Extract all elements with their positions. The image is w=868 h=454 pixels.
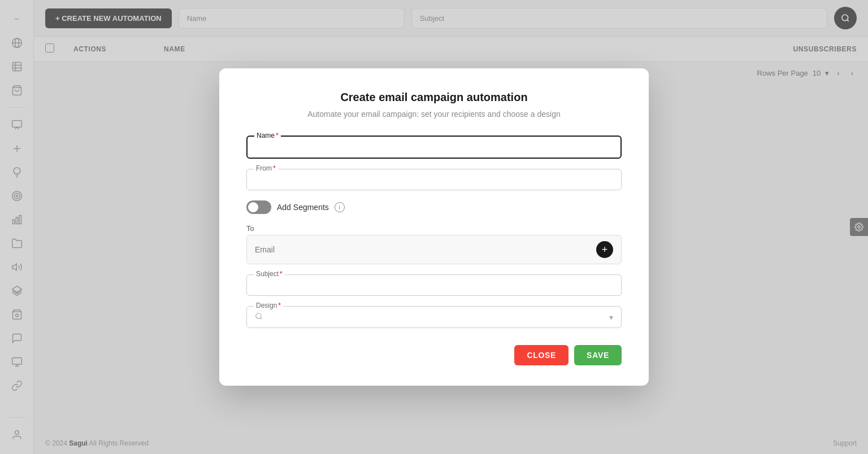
modal-title: Create email campaign automation — [246, 91, 622, 104]
email-input-row: + — [246, 235, 622, 264]
name-label: Name* — [254, 132, 281, 139]
close-button[interactable]: CLOSE — [514, 345, 568, 365]
subject-field-group: Subject* — [246, 274, 622, 296]
name-field-group: Name* — [246, 136, 622, 159]
design-field-group: Design* ▾ — [246, 306, 622, 328]
modal-backdrop: Create email campaign automation Automat… — [0, 0, 868, 454]
chevron-down-icon: ▾ — [609, 313, 613, 322]
add-email-button[interactable]: + — [596, 241, 613, 258]
from-input[interactable] — [255, 174, 613, 186]
add-segments-toggle[interactable] — [246, 200, 271, 214]
email-input[interactable] — [255, 245, 596, 254]
name-input[interactable] — [255, 141, 613, 154]
subject-label: Subject* — [254, 270, 285, 278]
svg-point-27 — [256, 313, 261, 318]
modal-subtitle: Automate your email campaign: set your r… — [246, 110, 622, 119]
save-button[interactable]: SAVE — [574, 345, 622, 365]
design-label: Design* — [254, 302, 283, 309]
modal-dialog: Create email campaign automation Automat… — [219, 68, 649, 386]
from-label: From* — [254, 164, 278, 172]
info-icon[interactable]: i — [335, 202, 345, 212]
add-segments-row: Add Segments i — [246, 200, 622, 214]
design-dropdown[interactable]: Design* ▾ — [246, 306, 622, 328]
from-field-group: From* — [246, 169, 622, 190]
to-section: To + — [246, 224, 622, 264]
design-search-icon — [255, 312, 263, 322]
svg-line-28 — [261, 318, 262, 320]
subject-field-wrapper: Subject* — [246, 274, 622, 296]
to-label: To — [246, 224, 622, 233]
from-field-wrapper: From* — [246, 169, 622, 190]
name-field-wrapper: Name* — [246, 136, 622, 159]
subject-input[interactable] — [255, 280, 613, 292]
toggle-label: Add Segments — [277, 203, 329, 212]
modal-buttons: CLOSE SAVE — [246, 345, 622, 365]
